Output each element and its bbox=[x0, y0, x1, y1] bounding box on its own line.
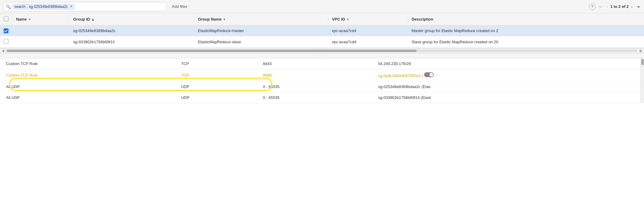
select-all-checkbox[interactable] bbox=[4, 16, 8, 21]
group-name-sort-icon: ▼ bbox=[223, 18, 226, 21]
rules-table-row: Custom TCP Rule TCP 8998 sg-0e9c28b00097… bbox=[0, 69, 644, 81]
search-tag-value: sg-025348e8389bdaa2c bbox=[29, 5, 68, 9]
rule-protocol: TCP bbox=[175, 58, 257, 69]
header-description[interactable]: Description bbox=[408, 13, 644, 25]
horizontal-scrollbar[interactable]: ◀ ▶ bbox=[0, 48, 644, 54]
vertical-scrollbar[interactable] bbox=[640, 58, 644, 103]
rule-port: 0 - 65535 bbox=[257, 92, 372, 103]
vertical-scroll-thumb[interactable] bbox=[641, 59, 644, 65]
rule-destination: sg-0e9c28b00097592e2 ( bbox=[372, 69, 644, 81]
search-icon: 🔍 bbox=[6, 4, 11, 9]
rule-port: 0 - 65535 bbox=[257, 81, 372, 92]
scroll-right-icon[interactable]: ▶ bbox=[639, 49, 643, 52]
rules-section: Custom TCP Rule TCP 8443 54.240.230.176/… bbox=[0, 58, 644, 103]
row-checkbox[interactable] bbox=[4, 39, 8, 44]
pagination-first-button[interactable]: ⇤ bbox=[598, 4, 604, 10]
search-box[interactable]: 🔍 search : sg-025348e8389bdaa2c ✕ bbox=[3, 2, 166, 11]
search-tag: search : sg-025348e8389bdaa2c ✕ bbox=[13, 4, 74, 9]
name-sort-icon: ▼ bbox=[28, 18, 31, 21]
header-vpc-id[interactable]: VPC ID ▼ bbox=[328, 13, 408, 25]
rule-port: 8443 bbox=[257, 58, 372, 69]
search-tag-close-icon[interactable]: ✕ bbox=[70, 5, 73, 8]
pagination-last-button[interactable]: ⇥ bbox=[635, 4, 641, 10]
table-header-row: Name ▼ Group ID ▲ Group Name ▼ bbox=[0, 13, 644, 25]
toolbar: 🔍 search : sg-025348e8389bdaa2c ✕ Add fi… bbox=[0, 0, 644, 13]
add-filter-button[interactable]: Add filter bbox=[169, 3, 190, 10]
row-checkbox-cell[interactable] bbox=[0, 36, 12, 47]
rule-type: Custom TCP Rule bbox=[0, 58, 175, 69]
rule-protocol: UDP bbox=[175, 92, 257, 103]
rule-type: All UDP bbox=[0, 92, 175, 103]
header-checkbox-cell bbox=[0, 13, 12, 25]
toolbar-right: ? ⇤ ‹ 1 to 2 of 2 › ⇥ bbox=[589, 3, 641, 10]
row-group-name: ElasticMapReduce-slave bbox=[194, 36, 328, 47]
rule-type: Custom TCP Rule bbox=[0, 69, 175, 81]
row-vpc-id: vpc-acaa7cd4 bbox=[328, 25, 408, 36]
rules-table-row: Custom TCP Rule TCP 8443 54.240.230.176/… bbox=[0, 58, 644, 69]
row-vpc-id: vpc-acaa7cd4 bbox=[328, 36, 408, 47]
scroll-track[interactable] bbox=[7, 50, 637, 52]
row-name bbox=[12, 25, 70, 36]
row-checkbox[interactable] bbox=[4, 28, 8, 33]
row-group-id: sg-025348e8389bdaa2c bbox=[70, 25, 194, 36]
row-description: Slave group for Elastic MapReduce create… bbox=[408, 36, 644, 47]
vpc-id-sort-icon: ▼ bbox=[346, 18, 350, 21]
row-group-id: sg-033902b1756b69f14 bbox=[70, 36, 194, 47]
rules-table-row: All UDP UDP 0 - 65535 sg-025348e8389bdaa… bbox=[0, 81, 644, 92]
toggle-switch[interactable] bbox=[424, 72, 434, 77]
scroll-thumb[interactable] bbox=[7, 50, 417, 52]
rule-protocol: UDP bbox=[175, 81, 257, 92]
main-table-container: Name ▼ Group ID ▲ Group Name ▼ bbox=[0, 13, 644, 48]
rule-destination: sg-025348e8389bdaa2c (Elas bbox=[372, 81, 644, 92]
row-group-name: ElasticMapReduce-master bbox=[194, 25, 328, 36]
pagination-prev-button[interactable]: ‹ bbox=[605, 4, 609, 10]
help-icon[interactable]: ? bbox=[589, 3, 596, 10]
rule-destination: sg-033902b1756b69f14 (Elast bbox=[372, 92, 644, 103]
search-tag-key: search bbox=[15, 5, 25, 9]
header-group-name[interactable]: Group Name ▼ bbox=[194, 13, 328, 25]
pagination-text: 1 to 2 of 2 bbox=[610, 4, 629, 9]
rule-protocol: TCP bbox=[175, 69, 257, 81]
header-group-id[interactable]: Group ID ▲ bbox=[70, 13, 194, 25]
security-groups-table: Name ▼ Group ID ▲ Group Name ▼ bbox=[0, 13, 644, 48]
rule-type: All UDP bbox=[0, 81, 175, 92]
rule-destination: 54.240.230.176/29 bbox=[372, 58, 644, 69]
group-id-sort-icon: ▲ bbox=[91, 18, 95, 21]
table-row[interactable]: sg-033902b1756b69f14 ElasticMapReduce-sl… bbox=[0, 36, 644, 47]
row-description: Master group for Elastic MapReduce creat… bbox=[408, 25, 644, 36]
header-name[interactable]: Name ▼ bbox=[12, 13, 70, 25]
drag-handle[interactable]: · · · bbox=[0, 54, 644, 58]
table-row[interactable]: sg-025348e8389bdaa2c ElasticMapReduce-ma… bbox=[0, 25, 644, 36]
scroll-left-icon[interactable]: ◀ bbox=[1, 49, 5, 52]
row-name bbox=[12, 36, 70, 47]
pagination: ⇤ ‹ 1 to 2 of 2 › ⇥ bbox=[598, 4, 641, 10]
rules-table-row: All UDP UDP 0 - 65535 sg-033902b1756b69f… bbox=[0, 92, 644, 103]
row-checkbox-cell[interactable] bbox=[0, 25, 12, 36]
pagination-next-button[interactable]: › bbox=[630, 4, 634, 10]
rule-port: 8998 bbox=[257, 69, 372, 81]
rules-table: Custom TCP Rule TCP 8443 54.240.230.176/… bbox=[0, 58, 644, 103]
